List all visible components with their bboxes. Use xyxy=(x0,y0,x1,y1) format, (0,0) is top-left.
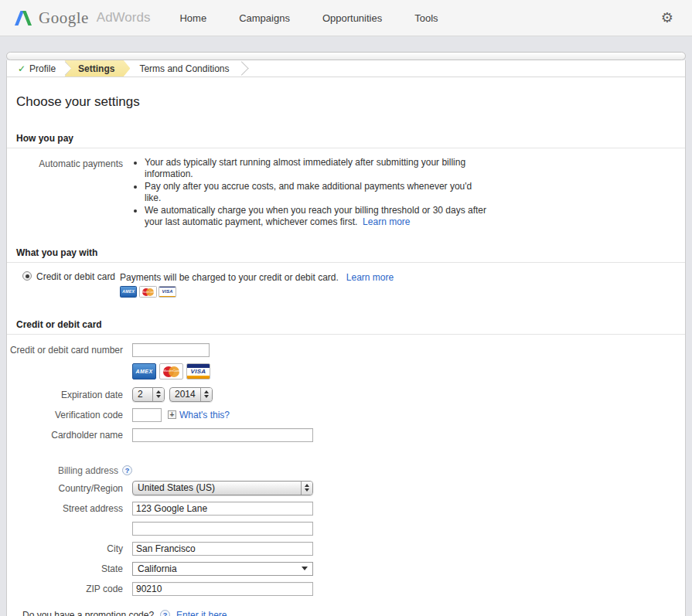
whats-this-link[interactable]: What's this? xyxy=(179,410,230,420)
check-icon: ✓ xyxy=(18,63,26,74)
help-icon[interactable]: ? xyxy=(122,465,132,475)
page-title: Choose your settings xyxy=(7,94,685,110)
amex-card-icon: AMEX xyxy=(132,363,156,379)
street-address-label: Street address xyxy=(7,502,123,515)
help-icon[interactable]: ? xyxy=(160,610,170,616)
automatic-payments-label: Automatic payments xyxy=(7,157,123,170)
city-label: City xyxy=(7,542,123,555)
nav-item-campaigns[interactable]: Campaigns xyxy=(239,12,290,24)
select-stepper-icon xyxy=(200,388,212,401)
credit-card-radio-label: Credit or debit card xyxy=(36,271,115,282)
verification-code-label: Verification code xyxy=(7,408,123,421)
logo-google-text: Google xyxy=(39,9,89,28)
main-nav: Home Campaigns Opportunities Tools xyxy=(179,12,438,24)
nav-item-tools[interactable]: Tools xyxy=(414,12,438,24)
visa-card-icon: VISA xyxy=(159,286,176,298)
step-settings-label: Settings xyxy=(78,63,114,74)
select-stepper-icon xyxy=(152,388,164,401)
bullet-item: Your ads typically start running almost … xyxy=(145,157,489,180)
accepted-cards: AMEX MasterCard VISA xyxy=(132,363,210,379)
caret-down-icon xyxy=(302,567,308,570)
step-terms-label: Terms and Conditions xyxy=(139,63,229,74)
section-how-you-pay: How you pay xyxy=(7,133,685,148)
card-number-input[interactable] xyxy=(132,343,210,357)
payment-description: Payments will be charged to your credit … xyxy=(120,272,339,283)
bullet-item: We automatically charge you when you rea… xyxy=(145,205,489,228)
state-label: State xyxy=(7,562,123,575)
learn-more-link[interactable]: Learn more xyxy=(363,216,410,227)
section-what-you-pay-with: What you pay with xyxy=(7,247,685,263)
step-settings[interactable]: Settings xyxy=(64,60,130,77)
learn-more-link[interactable]: Learn more xyxy=(346,272,394,283)
settings-card: ✓ Profile Settings Terms and Conditions … xyxy=(6,60,686,616)
promo-enter-link[interactable]: Enter it here xyxy=(176,610,227,616)
expiration-year-select[interactable]: 2014 xyxy=(169,387,213,402)
wizard-steps: ✓ Profile Settings Terms and Conditions xyxy=(7,60,685,77)
step-profile-label: Profile xyxy=(29,63,56,74)
country-region-select[interactable]: United States (US) xyxy=(132,481,313,495)
mastercard-icon: MasterCard xyxy=(159,363,183,379)
cardholder-name-label: Cardholder name xyxy=(7,428,123,441)
expiration-date-label: Expiration date xyxy=(7,388,123,401)
cardholder-name-input[interactable] xyxy=(132,428,313,442)
amex-card-icon: AMEX xyxy=(120,286,137,298)
city-input[interactable] xyxy=(132,542,313,556)
zip-code-input[interactable] xyxy=(132,582,313,596)
nav-item-opportunities[interactable]: Opportunities xyxy=(322,12,382,24)
select-stepper-icon xyxy=(301,482,312,495)
automatic-payments-bullets: Your ads typically start running almost … xyxy=(145,157,489,228)
promo-question: Do you have a promotion code? xyxy=(22,610,154,616)
street-address-input[interactable] xyxy=(132,502,313,516)
plus-box-icon[interactable]: + xyxy=(168,410,176,419)
adwords-a-icon xyxy=(14,9,32,26)
mastercard-icon: MasterCard xyxy=(139,286,156,298)
state-select[interactable]: California xyxy=(132,562,313,576)
verification-code-input[interactable] xyxy=(132,408,162,422)
card-number-label: Credit or debit card number xyxy=(7,343,123,356)
adwords-logo[interactable]: Google AdWords xyxy=(14,9,150,28)
step-terms[interactable]: Terms and Conditions xyxy=(130,63,243,74)
section-credit-or-debit-card: Credit or debit card xyxy=(7,319,685,335)
visa-card-icon: VISA xyxy=(186,363,210,379)
expiration-month-select[interactable]: 2 xyxy=(132,387,165,402)
billing-address-label: Billing address xyxy=(58,465,118,476)
credit-card-radio[interactable] xyxy=(22,271,32,281)
gear-icon[interactable]: ⚙ xyxy=(661,11,673,25)
bullet-item: Pay only after you accrue costs, and mak… xyxy=(145,181,489,204)
country-region-label: Country/Region xyxy=(7,482,123,495)
card-top-strip xyxy=(6,52,686,60)
logo-adwords-text: AdWords xyxy=(97,10,151,26)
street-address2-input[interactable] xyxy=(132,522,313,536)
nav-item-home[interactable]: Home xyxy=(179,12,206,24)
zip-code-label: ZIP code xyxy=(7,582,123,595)
top-navbar: Google AdWords Home Campaigns Opportunit… xyxy=(0,0,692,36)
